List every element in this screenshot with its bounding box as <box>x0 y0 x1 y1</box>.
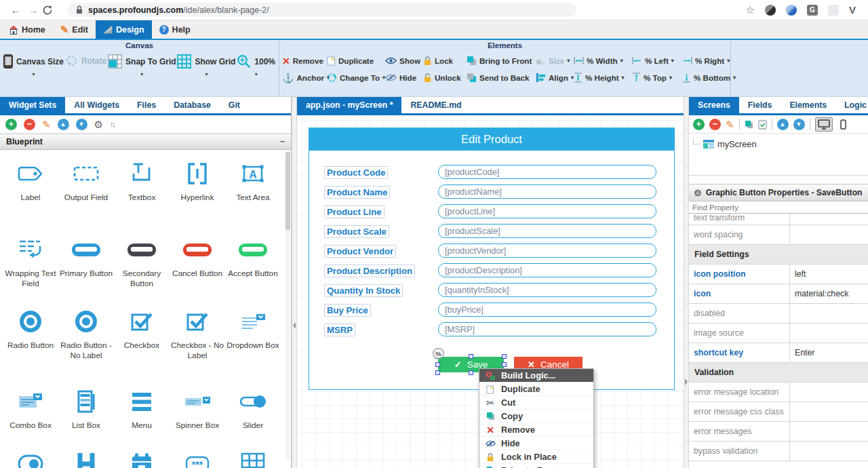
menu-edit[interactable]: ✎ Edit <box>53 20 96 39</box>
widget-checkbox-no-label[interactable]: Checkbox - No Label <box>170 305 225 385</box>
widget-checkbox[interactable]: Checkbox <box>114 305 170 385</box>
field-input[interactable]: [productName] <box>438 184 656 199</box>
widget-cancel-button[interactable]: Cancel Button <box>170 233 225 305</box>
extension-faint-icon[interactable] <box>828 5 839 16</box>
extension-blue-circle-icon[interactable] <box>786 5 797 16</box>
unlock-button[interactable]: Unlock <box>423 73 467 83</box>
move-down-icon[interactable]: ▼ <box>793 119 805 130</box>
property-row[interactable]: word spacing <box>689 225 868 245</box>
scrollbar-thumb[interactable] <box>285 152 290 230</box>
back-icon[interactable]: ← <box>7 4 24 16</box>
context-menu-item-duplicate[interactable]: Duplicate <box>479 383 593 396</box>
widget-slider[interactable]: Slider <box>225 385 281 447</box>
property-row[interactable]: disabled <box>689 304 868 324</box>
tab-screens[interactable]: Screens <box>689 97 739 113</box>
tab-elements[interactable]: Elements <box>781 97 835 113</box>
tab-readme[interactable]: README.md <box>401 97 470 113</box>
property-row[interactable]: image source <box>689 324 868 343</box>
change-to-dropdown[interactable]: Change To▾ <box>327 73 385 83</box>
widget-accept-button[interactable]: Accept Button <box>225 233 281 305</box>
panel-title[interactable]: Edit Product <box>309 128 675 151</box>
tab-all-widgets[interactable]: All Widgets <box>65 97 128 113</box>
property-row[interactable]: text transform <box>689 214 868 225</box>
remove-button[interactable]: ✕Remove <box>282 56 327 66</box>
pct-top-dropdown[interactable]: % Top▾ <box>632 73 682 83</box>
pct-width-dropdown[interactable]: % Width▾ <box>574 56 632 65</box>
show-grid-button[interactable]: Show Grid ▾ <box>177 54 235 77</box>
tab-widget-sets[interactable]: Widget Sets <box>0 97 65 113</box>
widget-grid[interactable] <box>225 447 281 468</box>
pct-height-dropdown[interactable]: % Height▾ <box>574 73 632 83</box>
align-dropdown[interactable]: Align▾ <box>536 73 574 83</box>
widget-secondary-button[interactable]: Secondary Button <box>114 233 170 305</box>
add-icon[interactable]: + <box>5 119 17 130</box>
field-label[interactable]: Product Line <box>324 206 384 218</box>
context-menu-item-copy[interactable]: Copy <box>479 410 593 423</box>
design-canvas[interactable]: Edit Product Product Code Product Name P… <box>297 115 684 468</box>
settings-gear-icon[interactable]: ⚙ <box>94 119 103 130</box>
field-input[interactable]: [MSRP] <box>438 322 656 336</box>
property-row[interactable]: shortcut keyEnter <box>689 343 868 363</box>
duplicate-button[interactable]: Duplicate <box>327 56 385 66</box>
field-label[interactable]: Product Vendor <box>324 245 396 258</box>
lock-button[interactable]: Lock <box>423 56 467 66</box>
property-row[interactable]: iconmaterial:check <box>689 284 868 304</box>
field-label[interactable]: MSRP <box>324 324 355 336</box>
context-menu-item-hide[interactable]: Hide <box>479 437 593 450</box>
edit-product-panel[interactable]: Edit Product Product Code Product Name P… <box>309 128 675 390</box>
move-up-icon[interactable]: ▲ <box>58 119 69 130</box>
collapse-icon[interactable]: − <box>280 137 285 147</box>
field-input[interactable]: [productLine] <box>438 204 656 218</box>
forward-icon[interactable]: → <box>24 4 42 16</box>
add-screen-icon[interactable]: + <box>693 119 705 130</box>
widget-label[interactable]: Label <box>3 157 58 233</box>
widget-date-field[interactable] <box>114 447 170 468</box>
field-input[interactable]: [productCode] <box>438 165 656 179</box>
field-label[interactable]: Product Description <box>324 265 415 277</box>
tab-database[interactable]: Database <box>165 97 220 113</box>
edit-pencil-icon[interactable]: ✎ <box>42 119 51 130</box>
tab-app-json[interactable]: app.json - myScreen * <box>297 97 401 113</box>
widget-hyperlink[interactable]: Hyperlink <box>170 157 225 233</box>
selection-handle[interactable] <box>435 370 440 375</box>
canvas-size-button[interactable]: Canvas Size ▾ <box>3 54 64 77</box>
menu-help[interactable]: ? Help <box>152 20 198 39</box>
widget-scrollbar[interactable] <box>285 151 290 460</box>
widget-primary-button[interactable]: Primary Button <box>58 233 114 305</box>
browser-menu-v-icon[interactable]: V <box>849 4 856 16</box>
extension-dark-circle-icon[interactable] <box>765 5 776 16</box>
right-splitter[interactable] <box>684 97 689 468</box>
field-label[interactable]: Product Code <box>324 166 388 179</box>
paste-clipboard-icon[interactable] <box>758 119 767 130</box>
widget-radio-button[interactable]: Radio Button <box>3 305 58 385</box>
tab-files[interactable]: Files <box>128 97 165 113</box>
send-to-back-button[interactable]: Send to Back <box>467 73 536 83</box>
field-input[interactable]: [productVendor] <box>438 243 656 258</box>
address-bar[interactable]: spaces.profoundjs.com/ide/alex/blank-pag… <box>68 3 576 17</box>
property-row[interactable]: error message css class <box>689 402 868 422</box>
properties-header[interactable]: ⚙ Graphic Button Properties - SaveButton <box>689 184 868 201</box>
show-button[interactable]: Show <box>385 56 423 65</box>
bring-to-front-button[interactable]: Bring to Front <box>467 56 536 66</box>
widget-output-field[interactable]: Output Field <box>58 157 114 233</box>
context-menu-item-build-logic[interactable]: Build Logic... <box>479 369 593 383</box>
blueprint-section-header[interactable]: Blueprint − <box>0 134 291 150</box>
edit-pencil-icon[interactable]: ✎ <box>726 119 734 130</box>
context-menu-item-bring-to-front[interactable]: Bring to Front <box>479 464 593 468</box>
field-input[interactable]: [productScale] <box>438 224 656 238</box>
property-row[interactable]: icon positionleft <box>689 265 868 284</box>
tree-item-myscreen[interactable]: myScreen <box>693 139 868 149</box>
move-down-icon[interactable]: ▼ <box>76 119 87 130</box>
mobile-view-button[interactable] <box>837 117 849 132</box>
extension-g-icon[interactable]: G <box>807 5 818 16</box>
widget-menu[interactable]: Menu <box>114 385 170 447</box>
copy-icon[interactable] <box>745 120 753 129</box>
anchor-dropdown[interactable]: ⚓Anchor▾ <box>282 73 327 83</box>
property-row[interactable]: error message location <box>689 383 868 402</box>
zoom-level-button[interactable]: 100% ▾ <box>237 54 275 77</box>
field-input[interactable]: [productDescription] <box>438 263 656 277</box>
widget-textbox[interactable]: Textbox <box>114 157 170 233</box>
widget-html-container[interactable] <box>58 447 114 468</box>
widget-text-area[interactable]: AText Area <box>225 157 281 233</box>
context-menu-item-cut[interactable]: ✂Cut <box>479 396 593 410</box>
